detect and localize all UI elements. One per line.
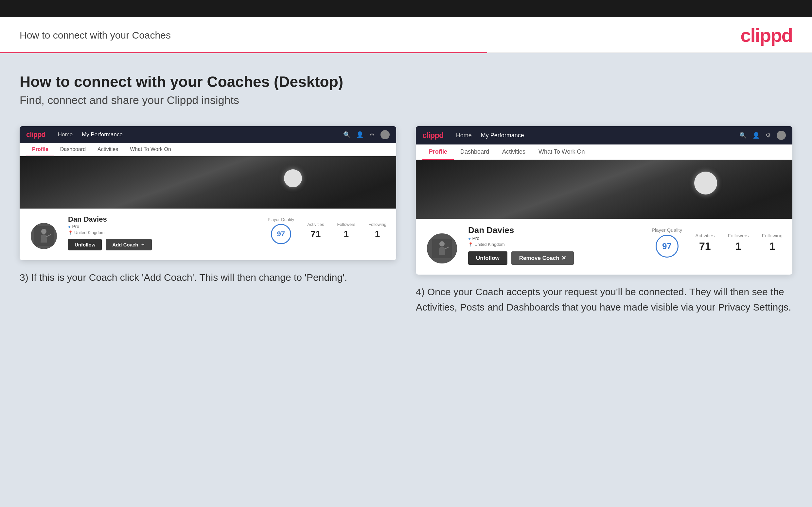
add-coach-button[interactable]: Add Coach ＋ <box>106 239 151 250</box>
stat-following: Following 1 <box>368 222 386 239</box>
bell-icon[interactable]: ⚙ <box>369 131 374 138</box>
main-content: How to connect with your Coaches (Deskto… <box>0 53 812 507</box>
right-column: clippd Home My Performance 🔍 👤 ⚙ Profile… <box>416 126 792 315</box>
unfollow-button[interactable]: Unfollow <box>68 239 102 250</box>
left-stats: Player Quality 97 Activities 71 Follower… <box>268 212 386 244</box>
top-bar <box>0 0 812 17</box>
user-icon[interactable]: 👤 <box>356 131 363 138</box>
right-tab-dashboard[interactable]: Dashboard <box>454 145 496 160</box>
section-subtitle: Find, connect and share your Clippd insi… <box>20 94 792 107</box>
plus-icon: ＋ <box>140 241 145 248</box>
right-nav-home[interactable]: Home <box>456 132 472 139</box>
svg-point-4 <box>439 241 445 246</box>
right-unfollow-button[interactable]: Unfollow <box>468 251 507 265</box>
right-stat-activities: Activities 71 <box>695 233 714 252</box>
left-nav-icons: 🔍 👤 ⚙ <box>343 130 390 139</box>
left-user-info: Dan Davies ● Pro 📍 United Kingdom <box>68 212 152 250</box>
right-nav-performance[interactable]: My Performance <box>481 132 524 139</box>
remove-coach-button[interactable]: Remove Coach ✕ <box>511 251 574 265</box>
right-profile-avatar <box>426 232 458 265</box>
right-mockup: clippd Home My Performance 🔍 👤 ⚙ Profile… <box>416 126 792 275</box>
tab-dashboard[interactable]: Dashboard <box>54 143 92 156</box>
right-location: 📍 United Kingdom <box>468 242 574 247</box>
left-location: 📍 United Kingdom <box>68 230 152 235</box>
close-icon: ✕ <box>561 255 566 262</box>
right-quality-circle: 97 <box>656 235 678 258</box>
tab-activities[interactable]: Activities <box>92 143 124 156</box>
right-avatar[interactable] <box>777 131 786 140</box>
avatar[interactable] <box>380 130 390 139</box>
stat-player-quality: Player Quality 97 <box>268 217 294 244</box>
clippd-logo: clippd <box>740 24 792 46</box>
right-stat-player-quality: Player Quality 97 <box>652 227 682 258</box>
right-tab-profile[interactable]: Profile <box>422 145 454 160</box>
right-avatar-wrap <box>426 232 458 265</box>
right-actions: Unfollow Remove Coach ✕ <box>468 251 574 265</box>
left-avatar <box>30 222 58 250</box>
right-mockup-nav: clippd Home My Performance 🔍 👤 ⚙ <box>416 126 792 145</box>
left-nav-home[interactable]: Home <box>58 131 72 138</box>
right-mockup-logo: clippd <box>422 131 444 140</box>
right-user-icon[interactable]: 👤 <box>753 132 760 139</box>
header: How to connect with your Coaches clippd <box>0 17 812 46</box>
right-search-icon[interactable]: 🔍 <box>740 132 747 139</box>
right-tab-activities[interactable]: Activities <box>496 145 532 160</box>
right-mockup-profile: Dan Davies ● Pro 📍 United Kingdom <box>416 219 792 275</box>
left-badge: ● Pro <box>68 224 79 229</box>
tab-what-to-work-on[interactable]: What To Work On <box>124 143 177 156</box>
right-stats: Player Quality 97 Activities 71 Follower… <box>652 222 782 258</box>
section-title: How to connect with your Coaches (Deskto… <box>20 73 792 91</box>
banner-moon <box>284 169 302 187</box>
right-stat-following: Following 1 <box>762 233 782 252</box>
right-stat-followers: Followers 1 <box>727 233 749 252</box>
right-banner-moon <box>694 172 717 194</box>
right-user-info: Dan Davies ● Pro 📍 United Kingdom <box>468 222 574 265</box>
right-username: Dan Davies <box>468 225 574 235</box>
right-nav-icons: 🔍 👤 ⚙ <box>740 131 786 140</box>
right-badge: ● Pro <box>468 236 479 241</box>
left-mockup: clippd Home My Performance 🔍 👤 ⚙ Profile… <box>20 126 396 260</box>
left-mockup-nav: clippd Home My Performance 🔍 👤 ⚙ <box>20 126 396 143</box>
stat-activities: Activities 71 <box>307 222 324 239</box>
left-mockup-tabs: Profile Dashboard Activities What To Wor… <box>20 143 396 156</box>
right-mockup-tabs: Profile Dashboard Activities What To Wor… <box>416 145 792 160</box>
left-actions: Unfollow Add Coach ＋ <box>68 239 152 250</box>
right-caption: 4) Once your Coach accepts your request … <box>416 284 792 315</box>
stat-followers: Followers 1 <box>337 222 355 239</box>
left-mockup-logo: clippd <box>26 130 46 139</box>
two-column-layout: clippd Home My Performance 🔍 👤 ⚙ Profile… <box>20 126 792 315</box>
left-username: Dan Davies <box>68 215 152 224</box>
right-banner-bg <box>416 160 792 219</box>
right-bell-icon[interactable]: ⚙ <box>766 132 771 139</box>
left-nav-performance[interactable]: My Performance <box>82 131 123 138</box>
banner-bg <box>20 156 396 209</box>
left-caption: 3) If this is your Coach click 'Add Coac… <box>20 270 396 285</box>
search-icon[interactable]: 🔍 <box>343 131 350 138</box>
quality-circle: 97 <box>271 224 291 244</box>
tab-profile[interactable]: Profile <box>26 143 54 156</box>
right-tab-what-to-work-on[interactable]: What To Work On <box>532 145 591 160</box>
left-avatar-wrap <box>30 222 58 250</box>
left-column: clippd Home My Performance 🔍 👤 ⚙ Profile… <box>20 126 396 285</box>
left-mockup-banner <box>20 156 396 209</box>
svg-point-1 <box>41 229 46 234</box>
left-mockup-profile: Dan Davies ● Pro 📍 United Kingdom <box>20 209 396 260</box>
right-mockup-banner <box>416 160 792 219</box>
page-title: How to connect with your Coaches <box>20 30 171 41</box>
